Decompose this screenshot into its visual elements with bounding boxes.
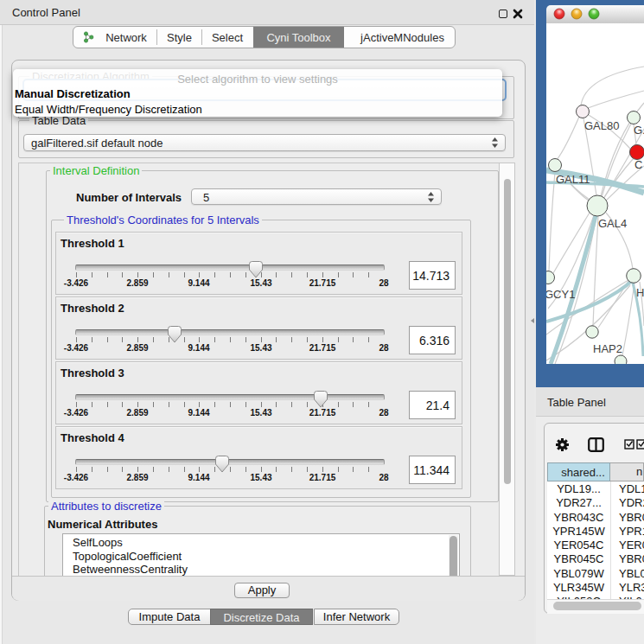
svg-text:C: C — [634, 158, 642, 171]
svg-text:HAP2: HAP2 — [593, 342, 622, 355]
svg-text:GAL80: GAL80 — [584, 119, 619, 132]
svg-text:H: H — [636, 286, 644, 299]
svg-text:G.: G. — [634, 124, 644, 137]
svg-text:GCY1: GCY1 — [546, 288, 575, 301]
svg-text:GAL4: GAL4 — [598, 217, 627, 230]
svg-text:GAL11: GAL11 — [556, 173, 590, 186]
